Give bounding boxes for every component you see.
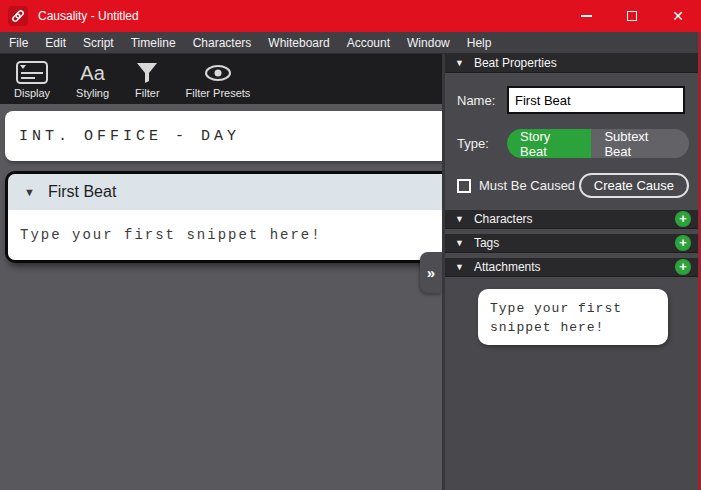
subtext-beat-option[interactable]: Subtext Beat	[591, 129, 689, 158]
app-window: Causality - Untitled ✕ File Edit Script …	[0, 0, 701, 490]
filter-presets-button[interactable]: Filter Presets	[186, 59, 251, 99]
triangle-down-icon: ▼	[455, 214, 464, 224]
name-label: Name:	[457, 93, 507, 108]
toolbar: Display Aa Styling Filter	[0, 54, 442, 104]
filter-button[interactable]: Filter	[135, 59, 159, 99]
menu-timeline[interactable]: Timeline	[131, 36, 176, 50]
maximize-icon	[627, 11, 637, 21]
add-attachment-button[interactable]: +	[675, 259, 691, 275]
chevron-right-icon: »	[427, 264, 435, 281]
section-header-tags[interactable]: ▼ Tags +	[445, 234, 701, 253]
collapse-triangle-icon: ▼	[24, 186, 35, 198]
attachments-label: Attachments	[474, 260, 541, 274]
must-be-caused-label: Must Be Caused	[479, 178, 575, 193]
triangle-down-icon: ▼	[455, 238, 464, 248]
styling-icon: Aa	[80, 59, 104, 86]
tags-label: Tags	[474, 236, 499, 250]
must-be-caused-row: Must Be Caused Create Cause	[457, 173, 689, 198]
create-cause-button[interactable]: Create Cause	[579, 173, 689, 198]
styling-label: Styling	[76, 87, 109, 99]
filter-presets-label: Filter Presets	[186, 87, 251, 99]
menu-account[interactable]: Account	[347, 36, 390, 50]
beat-title: First Beat	[48, 183, 116, 201]
close-icon: ✕	[672, 9, 684, 23]
beat-card: ▼ First Beat Type your first snippet her…	[5, 171, 442, 263]
scene-heading-text: INT. OFFICE - DAY	[19, 128, 240, 145]
story-beat-option[interactable]: Story Beat	[507, 129, 591, 158]
display-label: Display	[14, 87, 50, 99]
menu-whiteboard[interactable]: Whiteboard	[268, 36, 329, 50]
menu-window[interactable]: Window	[407, 36, 450, 50]
display-icon	[15, 59, 49, 86]
properties-sidebar: ▼ Beat Properties Name: Type: Story Beat…	[445, 54, 701, 490]
beat-snippet-text: Type your first snippet here!	[20, 227, 322, 243]
menu-script[interactable]: Script	[83, 36, 114, 50]
name-row: Name:	[457, 86, 689, 114]
app-logo-icon	[8, 6, 28, 26]
main-area: Display Aa Styling Filter	[0, 54, 701, 490]
titlebar: Causality - Untitled ✕	[0, 0, 701, 32]
menu-edit[interactable]: Edit	[45, 36, 66, 50]
type-label: Type:	[457, 136, 507, 151]
add-tag-button[interactable]: +	[675, 235, 691, 251]
script-content: INT. OFFICE - DAY ▼ First Beat Type your…	[0, 104, 442, 490]
maximize-button[interactable]	[609, 0, 655, 32]
attachment-snippet-text: Type your first snippet here!	[490, 301, 622, 335]
filter-icon	[136, 59, 158, 86]
type-row: Type: Story Beat Subtext Beat	[457, 129, 689, 158]
styling-button[interactable]: Aa Styling	[76, 59, 109, 99]
scene-heading-card[interactable]: INT. OFFICE - DAY	[5, 111, 442, 161]
menu-characters[interactable]: Characters	[193, 36, 252, 50]
beat-card-body[interactable]: Type your first snippet here!	[8, 210, 442, 260]
beat-properties-label: Beat Properties	[474, 56, 557, 70]
beat-type-segmented-control: Story Beat Subtext Beat	[507, 129, 689, 158]
window-controls: ✕	[563, 0, 701, 32]
triangle-down-icon: ▼	[455, 262, 464, 272]
script-panel: Display Aa Styling Filter	[0, 54, 445, 490]
display-button[interactable]: Display	[14, 59, 50, 99]
beat-properties-body: Name: Type: Story Beat Subtext Beat Must…	[445, 73, 701, 210]
beat-card-header[interactable]: ▼ First Beat	[8, 174, 442, 210]
menubar: File Edit Script Timeline Characters Whi…	[0, 32, 701, 54]
must-be-caused-checkbox[interactable]	[457, 179, 471, 193]
minimize-button[interactable]	[563, 0, 609, 32]
menu-help[interactable]: Help	[467, 36, 492, 50]
add-character-button[interactable]: +	[675, 211, 691, 227]
section-header-beat-properties[interactable]: ▼ Beat Properties	[445, 54, 701, 73]
menu-file[interactable]: File	[9, 36, 28, 50]
close-button[interactable]: ✕	[655, 0, 701, 32]
sidebar-collapse-tab[interactable]: »	[420, 252, 442, 293]
window-title: Causality - Untitled	[38, 9, 139, 23]
beat-name-input[interactable]	[507, 86, 685, 114]
eye-icon	[203, 59, 233, 86]
attachment-snippet-card[interactable]: Type your first snippet here!	[478, 289, 668, 345]
section-header-characters[interactable]: ▼ Characters +	[445, 210, 701, 229]
section-header-attachments[interactable]: ▼ Attachments +	[445, 258, 701, 277]
triangle-down-icon: ▼	[455, 58, 464, 68]
characters-label: Characters	[474, 212, 533, 226]
minimize-icon	[581, 15, 592, 17]
filter-label: Filter	[135, 87, 159, 99]
